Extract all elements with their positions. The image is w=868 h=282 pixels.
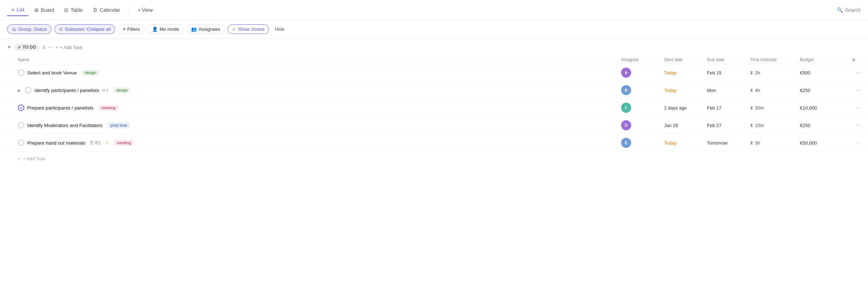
budget-value: €10,000	[800, 105, 817, 111]
section-add-task-button[interactable]: + + Add Task	[55, 45, 82, 50]
top-nav: ≡ List ⊞ Board ⊟ Table 🗓 Calendar + View…	[0, 0, 868, 20]
budget-cell: €500	[800, 70, 847, 76]
table-row[interactable]: Identify Moderators and Facilitators pre…	[0, 117, 868, 134]
task-checkbox[interactable]	[18, 122, 24, 128]
hourglass-icon: ⧗	[750, 140, 753, 146]
due-date: Feb 27	[707, 123, 721, 128]
time-estimate: 2h	[755, 70, 760, 76]
task-checkbox[interactable]	[18, 140, 24, 146]
task-name: Prepare hand out materials	[27, 140, 86, 146]
tab-list[interactable]: ≡ List	[7, 4, 29, 16]
nav-divider	[129, 6, 129, 14]
task-tag[interactable]: meeting	[98, 105, 118, 111]
collapse-button[interactable]: ▼	[7, 45, 11, 50]
task-name-cell: ▶ Identify participants / panelists ⊙1 d…	[18, 87, 621, 93]
col-name: Name	[18, 57, 621, 62]
hourglass-icon: ⧗	[750, 105, 753, 111]
show-closed-button[interactable]: ✓ Show closed	[228, 24, 269, 34]
assignees-button[interactable]: 👥 Assignees	[186, 24, 225, 34]
row-more-button[interactable]: ···	[847, 122, 861, 128]
assignee-cell: B	[621, 85, 664, 95]
start-date: Today	[664, 70, 677, 76]
main-content: ▼ TO DO 5 ··· + + Add Task Name Assignee…	[0, 39, 868, 166]
task-tag[interactable]: prep time	[108, 122, 130, 128]
task-tag[interactable]: meeting	[114, 140, 134, 146]
budget-value: €500	[800, 70, 810, 76]
start-date-cell: 2 days ago	[664, 105, 707, 111]
section-more-button[interactable]: ···	[48, 44, 53, 50]
start-date: Today	[664, 140, 677, 146]
avatar: B	[621, 85, 631, 95]
filters-button[interactable]: ≡ Filters	[118, 24, 145, 34]
column-headers: Name Assignee Start date Due date Time e…	[0, 56, 868, 64]
start-date-cell: Jan 29	[664, 122, 707, 128]
toolbar: 🗂 Group: Status ⊙ Subtasks: Collapse all…	[0, 20, 868, 39]
table-row[interactable]: ⊖ Prepare participants / panelists meeti…	[0, 99, 868, 117]
status-dot	[18, 46, 21, 49]
row-more-button[interactable]: ···	[847, 104, 861, 111]
task-name: Identify Moderators and Facilitators	[27, 123, 103, 128]
table-row[interactable]: Select and book Venue design A Today Feb…	[0, 64, 868, 82]
tab-table[interactable]: ⊟ Table	[60, 4, 87, 16]
col-due-date: Due date	[707, 57, 750, 62]
task-name: Select and book Venue	[27, 70, 77, 76]
add-column-button[interactable]: ⊕	[847, 57, 861, 62]
due-date: Mon	[707, 88, 716, 93]
avatar: C	[621, 103, 631, 113]
time-estimate-cell: ⧗ 15m	[750, 122, 800, 128]
col-budget: Budget	[800, 57, 847, 62]
start-date-cell: Today	[664, 87, 707, 93]
check-circle-icon: ✓	[232, 26, 236, 32]
start-date: Jan 29	[664, 123, 678, 128]
tab-calendar[interactable]: 🗓 Calendar	[88, 4, 125, 16]
table-row[interactable]: ▶ Identify participants / panelists ⊙1 d…	[0, 82, 868, 99]
task-name: Prepare participants / panelists	[27, 105, 93, 111]
time-estimate-cell: ⧗ 2h	[750, 70, 800, 76]
task-tag[interactable]: design	[113, 87, 131, 93]
time-estimate-cell: ⧗ 3h	[750, 140, 800, 146]
subtasks-icon: ⊙	[59, 26, 63, 32]
budget-value: €50,000	[800, 140, 817, 146]
search-button[interactable]: 🔍 Search	[837, 7, 861, 13]
task-checkbox[interactable]	[18, 69, 24, 76]
list-icon: ≡	[11, 7, 14, 13]
task-count: 5	[43, 45, 45, 50]
hide-button[interactable]: Hide	[272, 25, 287, 34]
table-row[interactable]: Prepare hand out materials ☰ 0/1⚠ meetin…	[0, 134, 868, 152]
layers-icon: 🗂	[12, 26, 16, 32]
start-date: Today	[664, 88, 677, 93]
task-tag[interactable]: design	[82, 70, 99, 76]
col-start-date: Start date	[664, 57, 707, 62]
task-checkbox[interactable]: ⊖	[18, 104, 24, 111]
section-header: ▼ TO DO 5 ··· + + Add Task	[0, 39, 868, 56]
task-checkbox[interactable]	[25, 87, 31, 93]
table-icon: ⊟	[64, 7, 68, 13]
avatar: D	[621, 120, 631, 130]
task-name-cell: Identify Moderators and Facilitators pre…	[18, 122, 621, 128]
tab-board[interactable]: ⊞ Board	[30, 4, 58, 16]
me-mode-button[interactable]: 👤 Me mode	[147, 24, 184, 34]
due-date-cell: Feb 27	[707, 122, 750, 128]
plus-icon: +	[55, 45, 58, 50]
hourglass-icon: ⧗	[750, 87, 753, 93]
row-more-button[interactable]: ···	[847, 69, 861, 76]
subtask-indicator: ⊙1	[102, 88, 108, 93]
start-date-cell: Today	[664, 140, 707, 146]
plus-icon-footer: +	[18, 156, 21, 161]
assignee-cell: A	[621, 68, 664, 78]
budget-value: €250	[800, 88, 810, 93]
row-more-button[interactable]: ···	[847, 87, 861, 93]
group-status-button[interactable]: 🗂 Group: Status	[7, 24, 52, 34]
due-date-cell: Feb 15	[707, 70, 750, 76]
time-estimate: 3h	[755, 140, 760, 146]
calendar-icon: 🗓	[93, 7, 98, 13]
subtasks-button[interactable]: ⊙ Subtasks: Collapse all	[54, 24, 115, 34]
row-more-button[interactable]: ···	[847, 140, 861, 146]
footer-add-task[interactable]: + + Add Task	[0, 152, 868, 166]
board-icon: ⊞	[34, 7, 39, 13]
tab-view[interactable]: + View	[133, 4, 157, 16]
avatar: E	[621, 138, 631, 148]
expand-arrow[interactable]: ▶	[18, 88, 21, 92]
assignee-cell: E	[621, 138, 664, 148]
filter-icon: ≡	[123, 26, 126, 32]
